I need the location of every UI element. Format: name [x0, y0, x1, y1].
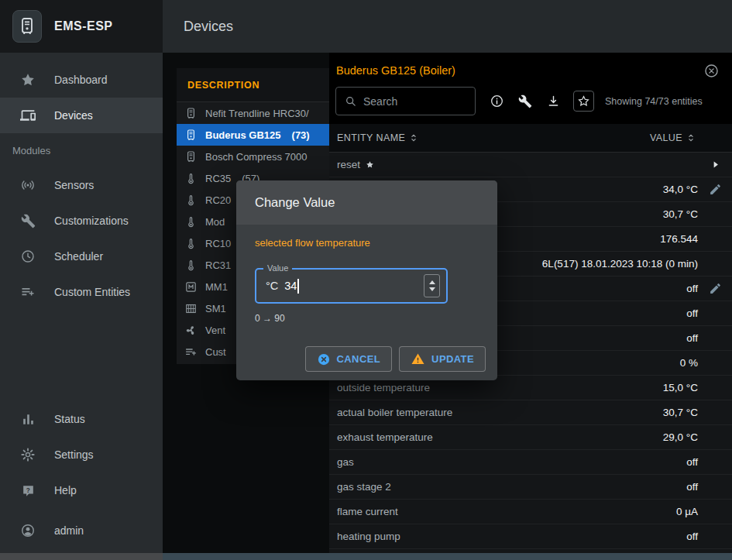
- search-input[interactable]: [363, 95, 460, 108]
- horizontal-scrollbar[interactable]: [0, 553, 732, 560]
- entity-row-gas-stage-2: gas stage 2 off: [329, 475, 732, 500]
- antenna-icon: [19, 177, 36, 193]
- sidebar-item-help[interactable]: Help: [0, 472, 163, 508]
- update-button[interactable]: UPDATE: [399, 346, 486, 372]
- value-unit: °C: [266, 280, 278, 292]
- entity-value: 34,0 °C: [663, 184, 698, 195]
- device-row-bosch[interactable]: Bosch Compress 7000: [177, 146, 329, 167]
- scrollbar-left-segment: [0, 553, 163, 560]
- bar-chart-icon: [19, 412, 36, 427]
- device-label: SM1: [205, 303, 226, 314]
- page-title: Devices: [184, 19, 233, 35]
- help-icon: [19, 483, 36, 498]
- search-toolbar: Showing 74/73 entities: [335, 87, 703, 115]
- device-label: RC31: [205, 259, 231, 271]
- entity-value: off: [686, 456, 698, 468]
- device-label: Buderus GB125: [205, 129, 281, 141]
- sidebar-item-label: Settings: [54, 448, 94, 461]
- sort-icon: [408, 132, 419, 143]
- run-command-arrow-icon[interactable]: [710, 159, 721, 170]
- device-label: Mod: [205, 216, 225, 228]
- sidebar-item-status[interactable]: Status: [0, 401, 163, 437]
- entity-name: gas stage 2: [337, 481, 391, 493]
- sidebar-item-customizations[interactable]: Customizations: [0, 203, 163, 239]
- edit-pencil-icon[interactable]: [709, 282, 722, 295]
- search-box: [335, 87, 476, 115]
- device-count: (73): [292, 129, 310, 141]
- maintenance-wrench-icon[interactable]: [518, 94, 532, 108]
- sidebar-footer: Status Settings Help admin: [0, 401, 163, 548]
- cancel-button[interactable]: CANCEL: [305, 346, 393, 372]
- sidebar-item-label: admin: [54, 524, 84, 537]
- value-stepper[interactable]: [424, 274, 440, 297]
- boiler-icon: [184, 129, 198, 142]
- thermostat-icon: [184, 237, 198, 250]
- entity-value: 0 %: [680, 357, 698, 369]
- entity-name: gas: [337, 456, 354, 468]
- search-icon: [344, 94, 357, 108]
- app-brand: EMS-ESP: [54, 19, 113, 33]
- sidebar-item-label: Devices: [54, 109, 93, 122]
- sidebar-item-sensors[interactable]: Sensors: [0, 167, 163, 203]
- entity-row-gas: gas off: [329, 450, 732, 475]
- wrench-icon: [19, 214, 36, 228]
- sidebar: EMS-ESP Dashboard Devices Modules Sensor…: [0, 0, 163, 560]
- sort-icon: [686, 132, 696, 143]
- sidebar-item-devices[interactable]: Devices: [0, 98, 163, 133]
- sidebar-item-label: Status: [54, 413, 85, 425]
- stepper-up-icon[interactable]: [429, 280, 435, 284]
- scrollbar-thumb[interactable]: [163, 553, 732, 560]
- mixer-icon: [184, 280, 198, 294]
- device-label: Cust: [205, 346, 226, 358]
- entity-value: 0 µA: [676, 506, 698, 517]
- entity-value: off: [686, 481, 698, 493]
- column-entity-name[interactable]: ENTITY NAME: [337, 132, 650, 143]
- column-value[interactable]: VALUE: [650, 132, 696, 143]
- device-label: RC35: [205, 173, 231, 184]
- stepper-down-icon[interactable]: [429, 287, 435, 291]
- clock-icon: [19, 249, 36, 264]
- sidebar-item-dashboard[interactable]: Dashboard: [0, 62, 163, 98]
- topbar: Devices: [163, 0, 732, 53]
- download-icon[interactable]: [546, 94, 561, 108]
- thermostat-icon: [184, 172, 198, 185]
- app-logo-area: EMS-ESP: [0, 0, 163, 53]
- entity-row-actual-boiler-temperature: actual boiler temperature 30,7 °C: [329, 400, 732, 425]
- fan-icon: [184, 324, 198, 337]
- sidebar-nav: Dashboard Devices Modules Sensors Custom…: [0, 62, 163, 310]
- sidebar-item-scheduler[interactable]: Scheduler: [0, 239, 163, 274]
- favorite-star-icon: [366, 160, 374, 169]
- info-icon[interactable]: [490, 94, 504, 108]
- entity-row-flame-current: flame current 0 µA: [329, 500, 732, 524]
- entity-value: 29,0 °C: [663, 431, 698, 443]
- entity-row-reset[interactable]: reset: [329, 153, 732, 177]
- text-caret: [297, 279, 299, 294]
- value-input[interactable]: Value °C 34: [255, 268, 448, 304]
- thermostat-icon: [184, 259, 198, 272]
- modules-section-label: Modules: [0, 133, 163, 167]
- sidebar-item-label: Scheduler: [54, 250, 103, 263]
- sidebar-item-label: Customizations: [54, 215, 129, 227]
- device-row-buderus-gb125[interactable]: Buderus GB125(73): [177, 124, 329, 146]
- dialog-actions: CANCEL UPDATE: [305, 346, 486, 372]
- sidebar-item-custom-entities[interactable]: Custom Entities: [0, 274, 163, 310]
- entity-value: 30,7 °C: [663, 208, 698, 220]
- entity-panel-title: Buderus GB125 (Boiler): [336, 64, 455, 77]
- entity-name: outside temperature: [337, 382, 430, 393]
- sidebar-item-admin[interactable]: admin: [0, 513, 163, 548]
- entity-value: off: [686, 307, 698, 319]
- favorites-filter-button[interactable]: [573, 91, 594, 112]
- sidebar-item-label: Dashboard: [54, 74, 108, 86]
- close-icon[interactable]: [703, 63, 720, 79]
- entity-table-header: ENTITY NAME VALUE: [329, 124, 732, 153]
- entity-row-exhaust-temperature: exhaust temperature 29,0 °C: [329, 425, 732, 450]
- entity-row-heating-pump: heating pump off: [329, 524, 732, 549]
- entity-value: off: [686, 332, 698, 344]
- dialog-entity-name: selected flow temperature: [255, 237, 479, 249]
- sidebar-item-settings[interactable]: Settings: [0, 437, 163, 472]
- dialog-title: Change Value: [236, 180, 497, 225]
- edit-pencil-icon[interactable]: [709, 183, 722, 196]
- device-row-nefit[interactable]: Nefit Trendline HRC30/: [177, 102, 329, 124]
- playlist-add-icon: [184, 345, 198, 359]
- sidebar-item-label: Custom Entities: [54, 286, 130, 298]
